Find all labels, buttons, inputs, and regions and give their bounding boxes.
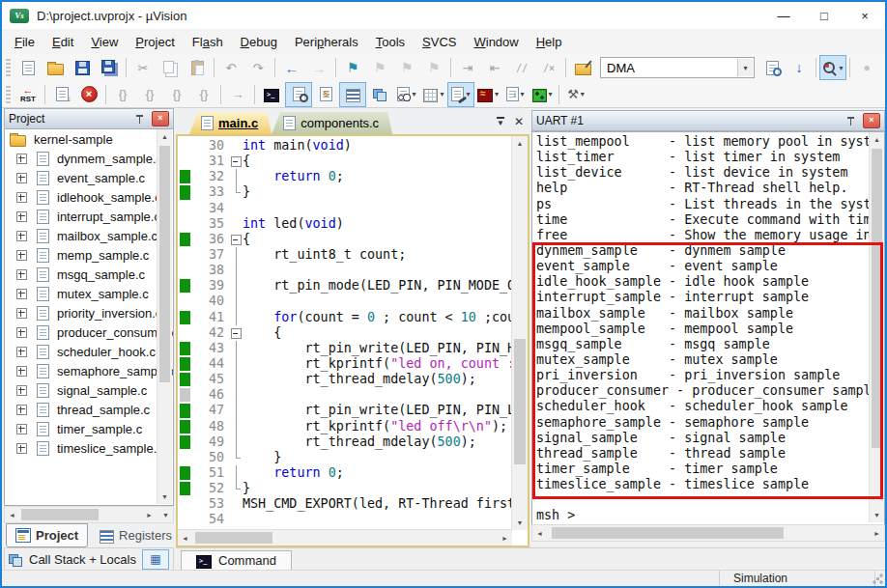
code-editor[interactable]: 30int main(void)31{32 return 0;33}3435in… (179, 138, 511, 529)
scroll-thumb[interactable] (159, 146, 170, 382)
open-file-button[interactable] (42, 55, 69, 80)
call-stack-window-button[interactable] (366, 82, 393, 107)
tree-item-priority-inversion-c[interactable]: priority_inversion.c (5, 303, 173, 322)
chevron-down-icon[interactable]: ▾ (549, 90, 553, 98)
chevron-down-icon[interactable]: ▾ (412, 90, 415, 98)
watch-window-button[interactable]: ▾ (393, 82, 420, 107)
expand-plus-icon[interactable] (16, 289, 27, 299)
expand-plus-icon[interactable] (16, 443, 27, 454)
project-tree-vscrollbar[interactable]: ▲ ▼ (157, 129, 172, 504)
registers-window-button[interactable] (339, 82, 366, 107)
close-button[interactable]: × (844, 2, 885, 29)
menu-peripherals[interactable]: Peripherals (286, 35, 367, 49)
scroll-down-arrow[interactable]: ▼ (870, 508, 884, 522)
chevron-down-icon[interactable]: ▾ (839, 64, 843, 72)
fold-collapse-icon[interactable] (231, 154, 243, 169)
scroll-right-arrow[interactable]: ► (498, 530, 512, 546)
disassembly-window-button[interactable] (285, 82, 312, 107)
call-stack-bar[interactable]: Call Stack + Locals ▦ (4, 547, 174, 571)
tree-item-producer-consumer-c[interactable]: producer_consumer.c (5, 322, 173, 342)
toolbar-grip[interactable] (6, 86, 11, 103)
tab-list-icon[interactable]: ▼ (497, 117, 504, 127)
toolbox-button[interactable]: ▾ (529, 82, 556, 107)
panel-tab-project[interactable]: Project (6, 523, 88, 547)
system-viewer-button[interactable]: ▾ (501, 82, 529, 107)
project-tree-hscrollbar[interactable]: ◄ ► ▼ (4, 506, 174, 523)
scroll-down-arrow[interactable]: ▼ (157, 490, 172, 504)
tree-item-dynmem-sample-c[interactable]: dynmem_sample.c (5, 149, 173, 168)
run-button[interactable] (48, 82, 75, 107)
uart-vscrollbar[interactable]: ▲ ▼ (869, 132, 884, 522)
expand-plus-icon[interactable] (16, 385, 27, 396)
tree-item-thread-sample-c[interactable]: thread_sample.c (5, 400, 173, 419)
scroll-right-arrow[interactable]: ► (870, 525, 884, 541)
tree-item-memp-sample-c[interactable]: memp_sample.c (5, 245, 173, 265)
tree-root-kernel-sample[interactable]: kernel-sample (5, 129, 173, 149)
close-panel-icon[interactable] (152, 111, 169, 126)
expand-plus-icon[interactable] (16, 405, 27, 415)
navigate-back-button[interactable]: ← (278, 55, 305, 80)
editor-tab-main-c[interactable]: main.c (189, 112, 272, 134)
uart-console[interactable]: list_mempool - list memory pool in syste… (531, 131, 885, 527)
tree-item-timer-sample-c[interactable]: timer_sample.c (5, 419, 173, 438)
fold-collapse-icon[interactable] (231, 325, 243, 341)
memory-window-button[interactable]: ▾ (420, 82, 447, 107)
scroll-left-arrow[interactable]: ◄ (5, 507, 19, 522)
scroll-thumb[interactable] (872, 149, 882, 448)
expand-plus-icon[interactable] (16, 327, 27, 338)
scroll-up-arrow[interactable]: ▲ (157, 129, 172, 144)
new-file-button[interactable] (14, 55, 42, 80)
menu-flash[interactable]: Flash (184, 35, 232, 49)
pin-icon[interactable] (135, 115, 144, 124)
command-window-button[interactable] (258, 82, 285, 107)
command-tab[interactable]: Command (181, 550, 292, 571)
tree-item-timeslice-sample-c[interactable]: timeslice_sample.c (5, 438, 173, 458)
tree-item-mutex-sample-c[interactable]: mutex_sample.c (5, 284, 173, 303)
expand-plus-icon[interactable] (16, 366, 27, 377)
chevron-down-icon[interactable]: ▾ (466, 90, 470, 98)
chevron-down-icon[interactable]: ▾ (521, 90, 525, 98)
save-button[interactable] (69, 55, 96, 80)
serial-window-button[interactable]: ▾ (447, 82, 474, 107)
tree-item-event-sample-c[interactable]: event_sample.c (5, 168, 173, 187)
menu-tools[interactable]: Tools (367, 35, 414, 49)
analysis-window-button[interactable]: ▾ (474, 82, 501, 107)
scroll-left-arrow[interactable]: ◄ (178, 530, 192, 546)
editor-hscrollbar[interactable]: ◄ ► (178, 529, 512, 546)
incremental-find-button[interactable]: ↓ (786, 55, 813, 80)
insert-bookmark-button[interactable]: ⚑ (339, 55, 366, 80)
minimize-button[interactable]: — (763, 2, 804, 29)
quick-search-button[interactable]: ▾ (819, 55, 846, 80)
uart-hscrollbar[interactable]: ◄ ► (531, 524, 885, 542)
stop-button[interactable] (75, 82, 102, 107)
tree-item-idlehook-sample-c[interactable]: idlehook_sample.c (5, 187, 173, 207)
symbols-window-button[interactable] (312, 82, 339, 107)
resize-grip[interactable] (873, 574, 883, 584)
expand-plus-icon[interactable] (16, 308, 27, 319)
chevron-down-icon[interactable]: ▾ (440, 90, 444, 98)
scroll-down-arrow[interactable]: ▼ (512, 516, 528, 530)
menu-project[interactable]: Project (127, 35, 183, 49)
project-tree[interactable]: kernel-sampledynmem_sample.cevent_sample… (4, 128, 174, 506)
tree-item-mailbox-sample-c[interactable]: mailbox_sample.c (5, 226, 173, 245)
chevron-down-icon[interactable]: ▾ (581, 90, 585, 98)
menu-view[interactable]: View (82, 35, 127, 49)
expand-plus-icon[interactable] (16, 269, 27, 280)
tree-item-semaphore-sample-c[interactable]: semaphore_sample.c (5, 361, 173, 380)
tree-item-signal-sample-c[interactable]: signal_sample.c (5, 380, 173, 400)
scroll-thumb[interactable] (21, 509, 99, 520)
scroll-right-arrow[interactable]: ► (142, 507, 157, 522)
close-panel-icon[interactable] (863, 113, 880, 128)
menu-help[interactable]: Help (528, 35, 571, 49)
editor-tab-components-c[interactable]: components.c (272, 112, 392, 134)
expand-plus-icon[interactable] (16, 347, 27, 357)
editor-vscrollbar[interactable]: ▲ ▼ (511, 136, 528, 530)
menu-debug[interactable]: Debug (232, 35, 286, 49)
tree-item-msgq-sample-c[interactable]: msgq_sample.c (5, 265, 173, 284)
chevron-down-icon[interactable]: ▾ (737, 59, 753, 76)
chevron-down-icon[interactable]: ▾ (495, 90, 499, 98)
scroll-thumb[interactable] (514, 339, 526, 464)
expand-plus-icon[interactable] (16, 173, 27, 183)
panel-tab-registers[interactable]: Registers (91, 523, 181, 547)
download-flash-button[interactable] (569, 55, 596, 80)
